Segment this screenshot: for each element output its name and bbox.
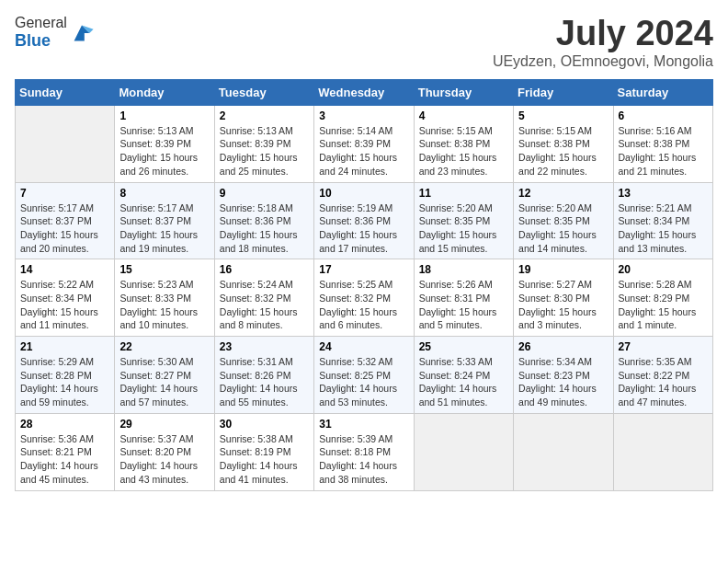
day-info: Sunrise: 5:18 AM Sunset: 8:36 PM Dayligh… — [220, 201, 309, 256]
day-number: 27 — [619, 340, 708, 353]
day-info: Sunrise: 5:34 AM Sunset: 8:23 PM Dayligh… — [518, 355, 608, 409]
day-cell: 3Sunrise: 5:14 AM Sunset: 8:39 PM Daylig… — [314, 105, 414, 182]
day-cell: 7Sunrise: 5:17 AM Sunset: 8:37 PM Daylig… — [16, 182, 115, 259]
day-info: Sunrise: 5:38 AM Sunset: 8:19 PM Dayligh… — [220, 432, 309, 487]
day-cell: 20Sunrise: 5:28 AM Sunset: 8:29 PM Dayli… — [613, 259, 712, 337]
day-info: Sunrise: 5:15 AM Sunset: 8:38 PM Dayligh… — [419, 124, 508, 178]
day-number: 24 — [319, 340, 408, 353]
day-number: 25 — [419, 340, 508, 353]
day-number: 2 — [220, 109, 309, 122]
calendar-title: July 2024 — [493, 15, 713, 53]
day-cell: 18Sunrise: 5:26 AM Sunset: 8:31 PM Dayli… — [414, 259, 513, 337]
day-cell — [514, 413, 613, 490]
day-number: 21 — [20, 340, 109, 353]
day-number: 10 — [319, 187, 408, 200]
day-info: Sunrise: 5:21 AM Sunset: 8:34 PM Dayligh… — [619, 201, 708, 256]
day-cell: 5Sunrise: 5:15 AM Sunset: 8:38 PM Daylig… — [514, 105, 613, 182]
day-number: 11 — [419, 187, 508, 200]
day-info: Sunrise: 5:36 AM Sunset: 8:21 PM Dayligh… — [20, 432, 109, 487]
day-cell: 4Sunrise: 5:15 AM Sunset: 8:38 PM Daylig… — [414, 105, 513, 182]
day-number: 8 — [119, 187, 209, 200]
day-number: 7 — [20, 187, 109, 200]
day-number: 3 — [319, 109, 408, 122]
day-cell — [414, 413, 513, 490]
header-cell-friday: Friday — [514, 79, 613, 105]
day-number: 29 — [119, 418, 209, 431]
week-row-1: 1Sunrise: 5:13 AM Sunset: 8:39 PM Daylig… — [16, 105, 713, 182]
day-cell: 19Sunrise: 5:27 AM Sunset: 8:30 PM Dayli… — [514, 259, 613, 337]
day-number: 12 — [518, 187, 608, 200]
day-cell: 30Sunrise: 5:38 AM Sunset: 8:19 PM Dayli… — [214, 413, 313, 490]
day-cell: 16Sunrise: 5:24 AM Sunset: 8:32 PM Dayli… — [214, 259, 313, 337]
day-cell: 13Sunrise: 5:21 AM Sunset: 8:34 PM Dayli… — [613, 182, 712, 259]
day-cell: 1Sunrise: 5:13 AM Sunset: 8:39 PM Daylig… — [115, 105, 214, 182]
day-cell: 9Sunrise: 5:18 AM Sunset: 8:36 PM Daylig… — [214, 182, 313, 259]
day-info: Sunrise: 5:14 AM Sunset: 8:39 PM Dayligh… — [319, 124, 408, 178]
week-row-2: 7Sunrise: 5:17 AM Sunset: 8:37 PM Daylig… — [16, 182, 713, 259]
logo-general: General — [15, 15, 67, 30]
day-info: Sunrise: 5:17 AM Sunset: 8:37 PM Dayligh… — [20, 201, 109, 256]
week-row-5: 28Sunrise: 5:36 AM Sunset: 8:21 PM Dayli… — [16, 413, 713, 490]
day-cell: 21Sunrise: 5:29 AM Sunset: 8:28 PM Dayli… — [16, 337, 115, 414]
week-row-4: 21Sunrise: 5:29 AM Sunset: 8:28 PM Dayli… — [16, 337, 713, 414]
calendar-body: 1Sunrise: 5:13 AM Sunset: 8:39 PM Daylig… — [16, 105, 713, 490]
day-cell: 28Sunrise: 5:36 AM Sunset: 8:21 PM Dayli… — [16, 413, 115, 490]
day-info: Sunrise: 5:29 AM Sunset: 8:28 PM Dayligh… — [20, 355, 109, 409]
title-block: July 2024 UEydzen, OEmnoegovi, Mongolia — [493, 15, 713, 70]
day-cell: 24Sunrise: 5:32 AM Sunset: 8:25 PM Dayli… — [314, 337, 414, 414]
day-cell: 11Sunrise: 5:20 AM Sunset: 8:35 PM Dayli… — [414, 182, 513, 259]
calendar-header: SundayMondayTuesdayWednesdayThursdayFrid… — [16, 79, 713, 105]
day-info: Sunrise: 5:32 AM Sunset: 8:25 PM Dayligh… — [319, 355, 408, 409]
day-number: 9 — [220, 187, 309, 200]
day-number: 13 — [619, 187, 708, 200]
day-number: 30 — [220, 418, 309, 431]
calendar-subtitle: UEydzen, OEmnoegovi, Mongolia — [493, 53, 713, 70]
calendar-table: SundayMondayTuesdayWednesdayThursdayFrid… — [15, 79, 713, 491]
header-row: SundayMondayTuesdayWednesdayThursdayFrid… — [16, 79, 713, 105]
day-number: 31 — [319, 418, 408, 431]
day-info: Sunrise: 5:24 AM Sunset: 8:32 PM Dayligh… — [220, 278, 309, 332]
day-info: Sunrise: 5:25 AM Sunset: 8:32 PM Dayligh… — [319, 278, 408, 332]
day-cell: 8Sunrise: 5:17 AM Sunset: 8:37 PM Daylig… — [115, 182, 214, 259]
day-info: Sunrise: 5:22 AM Sunset: 8:34 PM Dayligh… — [20, 278, 109, 332]
day-cell: 25Sunrise: 5:33 AM Sunset: 8:24 PM Dayli… — [414, 337, 513, 414]
day-cell: 31Sunrise: 5:39 AM Sunset: 8:18 PM Dayli… — [314, 413, 414, 490]
logo-icon — [69, 20, 95, 46]
day-cell: 23Sunrise: 5:31 AM Sunset: 8:26 PM Dayli… — [214, 337, 313, 414]
header-cell-thursday: Thursday — [414, 79, 513, 105]
header-cell-saturday: Saturday — [613, 79, 712, 105]
day-info: Sunrise: 5:15 AM Sunset: 8:38 PM Dayligh… — [518, 124, 608, 178]
day-info: Sunrise: 5:31 AM Sunset: 8:26 PM Dayligh… — [220, 355, 309, 409]
day-info: Sunrise: 5:37 AM Sunset: 8:20 PM Dayligh… — [119, 432, 209, 487]
day-number: 4 — [419, 109, 508, 122]
day-cell — [613, 413, 712, 490]
day-number: 19 — [518, 263, 608, 276]
day-info: Sunrise: 5:20 AM Sunset: 8:35 PM Dayligh… — [518, 201, 608, 256]
logo: General Blue — [15, 15, 95, 51]
day-cell — [16, 105, 115, 182]
day-number: 5 — [518, 109, 608, 122]
day-number: 18 — [419, 263, 508, 276]
day-cell: 22Sunrise: 5:30 AM Sunset: 8:27 PM Dayli… — [115, 337, 214, 414]
day-info: Sunrise: 5:39 AM Sunset: 8:18 PM Dayligh… — [319, 432, 408, 487]
day-info: Sunrise: 5:33 AM Sunset: 8:24 PM Dayligh… — [419, 355, 508, 409]
day-cell: 27Sunrise: 5:35 AM Sunset: 8:22 PM Dayli… — [613, 337, 712, 414]
day-info: Sunrise: 5:23 AM Sunset: 8:33 PM Dayligh… — [119, 278, 209, 332]
day-cell: 12Sunrise: 5:20 AM Sunset: 8:35 PM Dayli… — [514, 182, 613, 259]
day-number: 23 — [220, 340, 309, 353]
day-info: Sunrise: 5:20 AM Sunset: 8:35 PM Dayligh… — [419, 201, 508, 256]
day-number: 28 — [20, 418, 109, 431]
day-info: Sunrise: 5:13 AM Sunset: 8:39 PM Dayligh… — [220, 124, 309, 178]
day-info: Sunrise: 5:17 AM Sunset: 8:37 PM Dayligh… — [119, 201, 209, 256]
day-cell: 17Sunrise: 5:25 AM Sunset: 8:32 PM Dayli… — [314, 259, 414, 337]
day-number: 15 — [119, 263, 209, 276]
day-cell: 26Sunrise: 5:34 AM Sunset: 8:23 PM Dayli… — [514, 337, 613, 414]
header-cell-tuesday: Tuesday — [214, 79, 313, 105]
day-number: 26 — [518, 340, 608, 353]
header-cell-monday: Monday — [115, 79, 214, 105]
week-row-3: 14Sunrise: 5:22 AM Sunset: 8:34 PM Dayli… — [16, 259, 713, 337]
day-info: Sunrise: 5:19 AM Sunset: 8:36 PM Dayligh… — [319, 201, 408, 256]
day-number: 14 — [20, 263, 109, 276]
header-cell-sunday: Sunday — [16, 79, 115, 105]
logo-blue: Blue — [15, 31, 51, 50]
